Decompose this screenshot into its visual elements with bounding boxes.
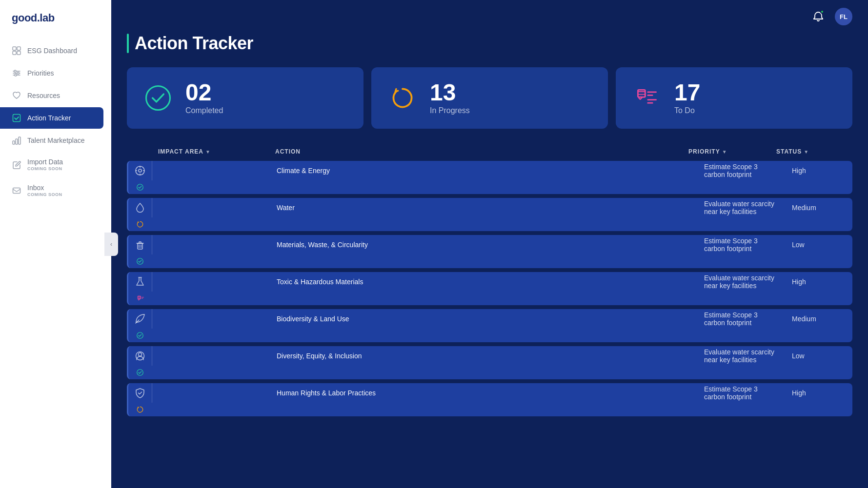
svg-point-35 — [137, 332, 143, 339]
col-label-impact-area: IMPACT AREA — [158, 148, 203, 155]
svg-rect-1 — [17, 47, 20, 50]
import-data-coming-soon: COMING SOON — [27, 166, 63, 171]
sidebar-item-inbox[interactable]: Inbox COMING SOON — [0, 178, 111, 203]
row-impact-3: Materials, Waste, & Circularity — [269, 241, 696, 249]
todo-icon — [631, 82, 663, 114]
sidebar-label-inbox: Inbox — [27, 184, 62, 192]
row-action-2: Evaluate water scarcity near key facilit… — [696, 200, 784, 215]
sidebar-label-esg-dashboard: ESG Dashboard — [27, 47, 77, 55]
todo-stat-info: 17 To Do — [674, 81, 700, 115]
page-content-area: Action Tracker 02 Completed — [111, 33, 868, 488]
row-divider-1 — [152, 161, 152, 180]
sidebar-item-esg-dashboard[interactable]: ESG Dashboard — [0, 40, 111, 61]
mail-icon — [12, 186, 21, 195]
row-priority-1: High — [784, 167, 852, 175]
row-icon-cell-4 — [128, 275, 152, 289]
row-icon-cell-7 — [128, 386, 152, 400]
svg-rect-0 — [13, 47, 16, 50]
header-accent-bar — [127, 34, 129, 53]
row-status-5 — [128, 329, 152, 342]
row-icon-cell-3 — [128, 238, 152, 252]
row-status-4 — [128, 292, 152, 305]
stat-cards-container: 02 Completed 13 In Progress — [127, 67, 852, 129]
sidebar-item-priorities[interactable]: Priorities — [0, 62, 111, 84]
sidebar-expand-tab[interactable]: ‹ — [104, 233, 118, 256]
import-data-content: Import Data COMING SOON — [27, 158, 63, 171]
table-header: IMPACT AREA ▼ ACTION PRIORITY ▼ STATUS ▼ — [127, 144, 852, 159]
check-square-icon — [12, 113, 21, 123]
svg-point-36 — [139, 353, 142, 356]
inprogress-label: In Progress — [430, 106, 470, 115]
sidebar-label-talent-marketplace: Talent Marketplace — [27, 137, 85, 144]
col-header-status[interactable]: STATUS ▼ — [776, 148, 845, 155]
row-icon-cell-5 — [128, 312, 152, 326]
svg-point-31 — [137, 258, 143, 265]
climate-energy-icon — [133, 164, 147, 177]
inbox-coming-soon: COMING SOON — [27, 192, 62, 197]
row-priority-4: High — [784, 278, 852, 286]
notification-bell-button[interactable] — [809, 8, 827, 25]
svg-rect-13 — [19, 137, 20, 144]
row-impact-1: Climate & Energy — [269, 167, 696, 175]
svg-rect-10 — [13, 115, 20, 122]
sidebar-item-import-data[interactable]: Import Data COMING SOON — [0, 152, 111, 177]
inprogress-icon — [387, 82, 418, 114]
waste-icon — [133, 238, 147, 252]
sidebar-item-resources[interactable]: Resources — [0, 85, 111, 106]
row-priority-7: High — [784, 389, 852, 397]
row-impact-4: Toxic & Hazardous Materials — [269, 278, 696, 286]
heart-icon — [12, 91, 21, 100]
sort-icon-priority: ▼ — [722, 149, 727, 155]
col-header-icon — [135, 148, 158, 155]
sidebar-label-resources: Resources — [27, 92, 60, 99]
row-impact-6: Diversity, Equity, & Inclusion — [269, 352, 696, 360]
shield-icon — [133, 386, 147, 400]
people-icon — [133, 349, 147, 363]
page-title: Action Tracker — [135, 33, 253, 54]
inprogress-stat-info: 13 In Progress — [430, 81, 470, 115]
svg-point-9 — [15, 74, 17, 76]
svg-point-7 — [14, 70, 16, 72]
sliders-icon — [12, 68, 21, 78]
completed-label: Completed — [185, 106, 223, 115]
row-status-7 — [128, 403, 152, 416]
svg-rect-3 — [17, 51, 20, 55]
row-status-6 — [128, 366, 152, 379]
stat-card-in-progress: 13 In Progress — [371, 67, 608, 129]
col-label-status: STATUS — [776, 148, 802, 155]
col-header-impact-area[interactable]: IMPACT AREA ▼ — [158, 148, 275, 155]
row-action-1: Estimate Scope 3 carbon footprint — [696, 163, 784, 178]
user-avatar[interactable]: FL — [835, 8, 852, 25]
svg-rect-2 — [13, 51, 16, 55]
svg-rect-16 — [638, 90, 645, 97]
inprogress-number: 13 — [430, 81, 470, 104]
completed-icon — [142, 82, 174, 114]
logo-text: good.lab — [12, 12, 55, 24]
table-row[interactable]: Water Evaluate water scarcity near key f… — [127, 198, 852, 231]
sidebar-nav: ESG Dashboard Priorities — [0, 40, 111, 476]
table-row[interactable]: Climate & Energy Estimate Scope 3 carbon… — [127, 161, 852, 194]
sidebar-item-action-tracker[interactable]: Action Tracker — [0, 107, 103, 129]
sort-icon-status: ▼ — [804, 149, 809, 155]
notification-dot — [820, 10, 824, 14]
main-content: FL Action Tracker 02 Completed — [111, 0, 868, 488]
table-row[interactable]: Toxic & Hazardous Materials Evaluate wat… — [127, 272, 852, 305]
row-impact-2: Water — [269, 204, 696, 212]
table-row[interactable]: Diversity, Equity, & Inclusion Evaluate … — [127, 346, 852, 379]
sidebar-label-priorities: Priorities — [27, 69, 54, 77]
svg-point-15 — [146, 86, 170, 110]
row-icon-cell-6 — [128, 349, 152, 363]
table-row[interactable]: Human Rights & Labor Practices Estimate … — [127, 383, 852, 416]
svg-rect-12 — [16, 139, 18, 144]
inbox-content: Inbox COMING SOON — [27, 184, 62, 197]
col-header-priority[interactable]: PRIORITY ▼ — [688, 148, 776, 155]
table-row[interactable]: Biodiversity & Land Use Estimate Scope 3… — [127, 309, 852, 342]
row-action-5: Estimate Scope 3 carbon footprint — [696, 311, 784, 327]
row-divider-5 — [152, 309, 152, 329]
table-row[interactable]: Materials, Waste, & Circularity Estimate… — [127, 235, 852, 268]
bar-chart-icon — [12, 136, 21, 145]
sidebar-item-talent-marketplace[interactable]: Talent Marketplace — [0, 130, 111, 151]
row-status-3 — [128, 254, 152, 268]
logo[interactable]: good.lab — [0, 12, 111, 40]
todo-label: To Do — [674, 106, 700, 115]
